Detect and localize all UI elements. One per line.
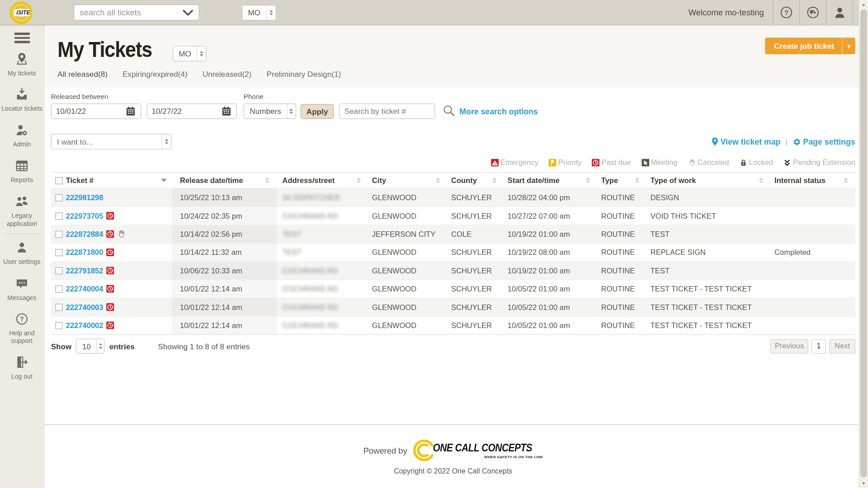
ticket-link[interactable]: 222872884 (66, 230, 104, 238)
row-checkbox[interactable] (55, 249, 62, 256)
cell-county: SCHUYLER (447, 244, 504, 261)
row-checkbox[interactable] (55, 285, 62, 292)
column-header-address[interactable]: Address/street (277, 173, 368, 188)
i-want-to-select[interactable]: I want to... (51, 134, 172, 149)
isite-logo[interactable]: iSITE (9, 1, 33, 24)
row-checkbox[interactable] (55, 322, 62, 329)
column-header-county[interactable]: County (447, 173, 504, 188)
sidebar-item-help-and-support[interactable]: ?Help and support (0, 307, 44, 350)
cell-internal-status (770, 280, 855, 298)
column-header-ticket[interactable]: Ticket # (51, 173, 172, 188)
scroll-up-arrow-icon[interactable]: ▲ (859, 0, 868, 9)
date-to-field[interactable] (146, 103, 237, 119)
sort-arrows-icon (492, 178, 497, 183)
region-select-value: MO (242, 5, 266, 20)
ticket-link[interactable]: 222973705 (66, 211, 104, 220)
calendar-icon[interactable] (125, 106, 136, 117)
row-checkbox[interactable] (55, 304, 62, 311)
sidebar-item-label: My tickets (1, 70, 42, 77)
tab-all-released-8[interactable]: All released(8) (57, 70, 108, 79)
sidebar-item-my-tickets[interactable]: My tickets (0, 47, 44, 82)
apply-button[interactable]: Apply (301, 104, 334, 119)
cell-start: 10/28/22 04:00 pm (504, 189, 597, 206)
cell-release: 10/24/22 02:35 pm (172, 207, 277, 225)
menu-toggle-button[interactable] (14, 33, 29, 43)
search-icon[interactable] (442, 104, 455, 117)
next-page-button[interactable]: Next (829, 339, 855, 353)
phone-mode-select[interactable]: Numbers (244, 103, 296, 119)
column-header-work[interactable]: Type of work (646, 173, 770, 188)
previous-page-button[interactable]: Previous (770, 339, 808, 353)
tab-expiring-expired-4[interactable]: Expiring/expired(4) (123, 70, 188, 79)
page-size-select[interactable]: 10 (76, 338, 105, 353)
date-from-input[interactable] (56, 107, 125, 116)
row-checkbox[interactable] (55, 194, 62, 201)
column-header-type[interactable]: Type (597, 173, 646, 188)
create-job-ticket-button[interactable]: Create job ticket ▼ (765, 38, 855, 54)
sidebar-item-messages[interactable]: Messages (0, 271, 44, 307)
create-ticket-dropdown-caret[interactable]: ▼ (842, 38, 855, 54)
sidebar-item-reports[interactable]: Reports (0, 154, 44, 189)
help-button[interactable]: ? (774, 0, 800, 25)
cell-release: 10/14/22 02:56 pm (172, 225, 277, 243)
row-checkbox[interactable] (55, 212, 62, 220)
cell-city: JEFFERSON CITY (368, 225, 447, 243)
current-page-button[interactable]: 1 (811, 339, 826, 353)
divider: | (786, 137, 788, 146)
cell-type: ROUTINE (597, 225, 646, 243)
page-settings-link[interactable]: Page settings (793, 137, 855, 146)
one-call-concepts-brand: ONE CALL CONCEPTS (433, 442, 532, 454)
region-select-topbar[interactable]: MO (242, 5, 276, 20)
ticket-search-field[interactable] (340, 103, 435, 119)
sidebar-item-label: Admin (1, 141, 42, 149)
showing-entries-text: Showing 1 to 8 of 8 entries (158, 342, 250, 351)
cell-type: ROUTINE (597, 189, 646, 206)
region-select-page[interactable]: MO (173, 46, 207, 61)
account-button[interactable] (826, 0, 853, 25)
search-all-tickets-dropdown[interactable]: search all tickets (74, 5, 199, 21)
legend-label: Priority (558, 158, 581, 166)
pastdue-icon (106, 212, 114, 220)
row-checkbox[interactable] (55, 267, 62, 274)
page-scrollbar[interactable]: ▲ ▼ (859, 0, 868, 488)
select-all-checkbox[interactable] (55, 177, 62, 184)
cell-city: GLENWOOD (368, 280, 447, 298)
sort-arrows-icon (635, 178, 639, 183)
chat-button[interactable] (800, 0, 826, 25)
sidebar-item-admin[interactable]: Admin (0, 118, 44, 154)
scroll-down-arrow-icon[interactable]: ▼ (859, 479, 868, 488)
sidebar-item-user-settings[interactable]: User settings (0, 235, 44, 271)
column-header-start[interactable]: Start date/time (504, 173, 597, 188)
scrollbar-thumb[interactable] (860, 9, 867, 478)
date-from-field[interactable] (51, 103, 142, 119)
column-header-internal[interactable]: Internal status (770, 173, 855, 188)
inbox-icon (15, 88, 29, 102)
view-ticket-map-link[interactable]: View ticket map (711, 137, 781, 146)
ticket-link[interactable]: 222791852 (66, 267, 104, 275)
sidebar-item-log-out[interactable]: Log out (0, 350, 44, 385)
ticket-link[interactable]: 222740004 (66, 285, 104, 293)
ticket-search-input[interactable] (344, 107, 430, 116)
ticket-link[interactable]: 222981298 (66, 193, 104, 202)
cell-release: 10/01/22 12:14 am (172, 316, 277, 334)
tab-preliminary-design-1[interactable]: Preliminary Design(1) (267, 70, 341, 79)
tab-unreleased-2[interactable]: Unreleased(2) (203, 70, 252, 79)
ticket-link[interactable]: 222871800 (66, 248, 104, 256)
pending-extension-icon (783, 159, 791, 166)
sidebar: My ticketsLocator ticketsAdminReportsLeg… (0, 25, 44, 488)
more-search-options-link[interactable]: More search options (459, 108, 538, 117)
pastdue-icon (106, 303, 114, 311)
column-header-release[interactable]: Release date/time (172, 173, 277, 188)
ticket-link[interactable]: 222740003 (66, 303, 104, 311)
date-to-input[interactable] (152, 107, 221, 116)
cell-address: COCHRANS RD (277, 280, 368, 298)
sidebar-item-legacy-application[interactable]: Legacy application (0, 189, 44, 233)
column-header-city[interactable]: City (368, 173, 447, 188)
locked-icon (740, 159, 747, 166)
ticket-link[interactable]: 222740002 (66, 321, 104, 329)
row-checkbox[interactable] (55, 230, 62, 238)
svg-text:?: ? (20, 315, 24, 323)
sidebar-item-locator-tickets[interactable]: Locator tickets (0, 82, 44, 118)
calendar-icon[interactable] (221, 106, 232, 117)
cell-ticket: 222973705 (51, 207, 172, 225)
